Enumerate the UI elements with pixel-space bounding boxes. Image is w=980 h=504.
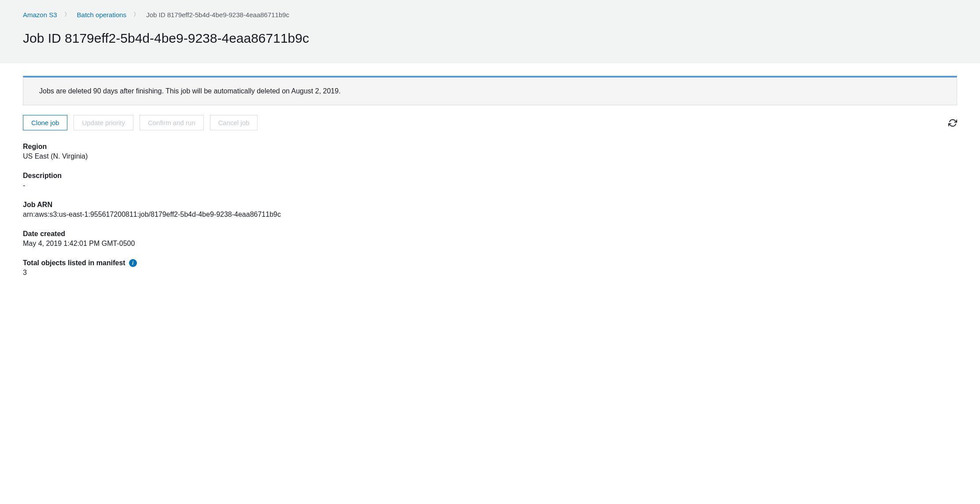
- detail-label-description: Description: [23, 172, 957, 180]
- detail-total-objects: Total objects listed in manifest i 3: [23, 259, 957, 277]
- detail-label-total-objects: Total objects listed in manifest i: [23, 259, 957, 267]
- detail-region: Region US East (N. Virginia): [23, 143, 957, 160]
- info-banner-message: Jobs are deleted 90 days after finishing…: [39, 87, 341, 95]
- detail-job-arn: Job ARN arn:aws:s3:us-east-1:95561720081…: [23, 201, 957, 219]
- detail-value-total-objects: 3: [23, 269, 957, 277]
- detail-date-created: Date created May 4, 2019 1:42:01 PM GMT-…: [23, 230, 957, 248]
- refresh-icon[interactable]: [948, 119, 957, 127]
- clone-job-button[interactable]: Clone job: [23, 115, 67, 130]
- content-section: Jobs are deleted 90 days after finishing…: [0, 63, 980, 289]
- detail-value-job-arn: arn:aws:s3:us-east-1:955617200811:job/81…: [23, 211, 957, 219]
- detail-description: Description -: [23, 172, 957, 189]
- action-buttons: Clone job Update priority Confirm and ru…: [23, 115, 258, 130]
- info-icon[interactable]: i: [129, 259, 137, 267]
- page-title: Job ID 8179eff2-5b4d-4be9-9238-4eaa86711…: [23, 31, 957, 46]
- cancel-job-button[interactable]: Cancel job: [210, 115, 258, 130]
- breadcrumb-current: Job ID 8179eff2-5b4d-4be9-9238-4eaa86711…: [146, 11, 289, 19]
- detail-value-description: -: [23, 182, 957, 189]
- info-banner: Jobs are deleted 90 days after finishing…: [23, 76, 957, 105]
- detail-label-total-objects-text: Total objects listed in manifest: [23, 259, 125, 267]
- chevron-right-icon: 〉: [64, 11, 70, 19]
- header-section: Amazon S3 〉 Batch operations 〉 Job ID 81…: [0, 0, 980, 63]
- action-bar: Clone job Update priority Confirm and ru…: [23, 115, 957, 130]
- chevron-right-icon: 〉: [133, 11, 139, 19]
- breadcrumb-link-s3[interactable]: Amazon S3: [23, 11, 57, 19]
- detail-label-job-arn: Job ARN: [23, 201, 957, 209]
- details-list: Region US East (N. Virginia) Description…: [23, 143, 957, 277]
- detail-label-region: Region: [23, 143, 957, 151]
- confirm-and-run-button[interactable]: Confirm and run: [140, 115, 204, 130]
- detail-value-region: US East (N. Virginia): [23, 152, 957, 160]
- breadcrumb: Amazon S3 〉 Batch operations 〉 Job ID 81…: [23, 11, 957, 19]
- breadcrumb-link-batch-operations[interactable]: Batch operations: [77, 11, 127, 19]
- detail-value-date-created: May 4, 2019 1:42:01 PM GMT-0500: [23, 240, 957, 248]
- update-priority-button[interactable]: Update priority: [74, 115, 133, 130]
- detail-label-date-created: Date created: [23, 230, 957, 238]
